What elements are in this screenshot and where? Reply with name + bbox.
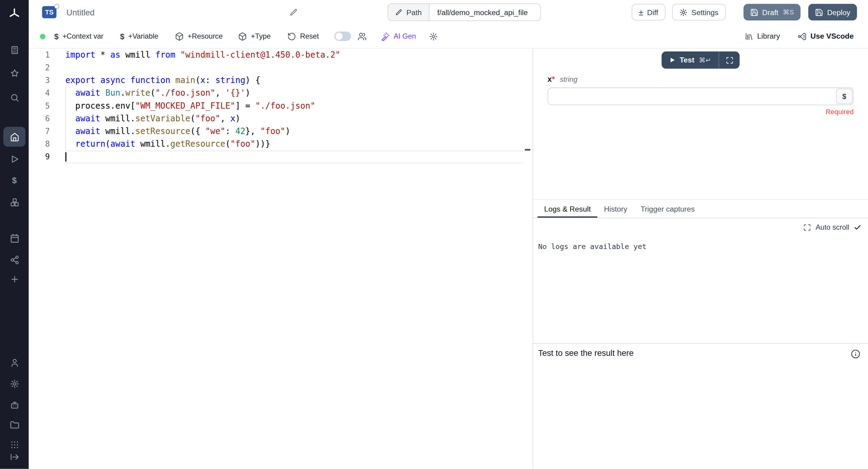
gear-icon xyxy=(429,32,438,40)
plus-icon xyxy=(10,274,19,284)
script-title[interactable]: Untitled xyxy=(66,7,94,17)
panel-tabs: Logs & ResultHistoryTrigger captures xyxy=(533,199,868,218)
code-line[interactable]: 5 process.env["WM_MOCKED_API_FILE"] = ".… xyxy=(29,100,532,112)
deploy-button[interactable]: Deploy xyxy=(808,4,857,21)
tab-trigger-captures[interactable]: Trigger captures xyxy=(634,200,701,218)
save-icon xyxy=(815,8,823,17)
code-line[interactable]: 7 await wmill.setResource({ "we": 42}, "… xyxy=(29,125,532,138)
arg-type: string xyxy=(560,75,577,84)
sidebar-item-runs[interactable] xyxy=(3,152,25,165)
ai-gen-button[interactable]: AI Gen xyxy=(381,32,416,40)
sidebar-item-variables[interactable]: $ xyxy=(3,173,25,187)
line-content[interactable]: return(await wmill.getResource("foo"))} xyxy=(65,138,524,151)
sidebar-item-favorites[interactable] xyxy=(3,66,25,80)
editor-settings-icon[interactable] xyxy=(429,32,438,40)
code-line[interactable]: 2 xyxy=(29,62,532,74)
result-empty-text: Test to see the result here xyxy=(538,348,634,357)
sidebar-item-resources[interactable] xyxy=(3,195,25,209)
sidebar-item-apps[interactable] xyxy=(3,43,25,57)
test-fullscreen-button[interactable] xyxy=(719,52,740,69)
info-icon[interactable] xyxy=(851,349,860,358)
line-content[interactable]: import * as wmill from "windmill-client@… xyxy=(65,49,524,61)
diff-button[interactable]: ± Diff xyxy=(631,4,665,21)
draft-button[interactable]: Draft ⌘S xyxy=(743,4,800,21)
code-line[interactable]: 8 return(await wmill.getResource("foo"))… xyxy=(29,138,532,151)
edit-title-icon[interactable] xyxy=(289,8,298,17)
line-number: 1 xyxy=(29,49,50,61)
line-number: 6 xyxy=(29,112,50,125)
insert-variable-button[interactable]: $ xyxy=(836,88,852,104)
multiplayer-icon[interactable] xyxy=(358,32,366,40)
required-note: Required xyxy=(548,108,854,116)
expand-logs-icon[interactable] xyxy=(803,223,811,231)
required-asterisk: * xyxy=(552,75,555,84)
arg-x-input[interactable] xyxy=(548,88,854,105)
edit-path-button[interactable]: Path xyxy=(388,4,430,21)
auto-scroll-checkbox[interactable] xyxy=(854,223,861,231)
sidebar-item-triggers[interactable] xyxy=(3,253,25,266)
code-line[interactable]: 1import * as wmill from "windmill-client… xyxy=(29,49,532,61)
argument-label: x* string xyxy=(548,75,854,84)
line-number: 7 xyxy=(29,125,50,138)
argument-form: x* string $ Required xyxy=(533,75,868,116)
line-content[interactable]: process.env["WM_MOCKED_API_FILE"] = "./f… xyxy=(65,100,524,112)
reset-button[interactable]: Reset xyxy=(287,32,319,40)
add-type-button[interactable]: +Type xyxy=(238,32,271,40)
settings-button[interactable]: Settings xyxy=(672,4,726,21)
code-lines[interactable]: 1import * as wmill from "windmill-client… xyxy=(29,49,532,163)
code-line[interactable]: 9 xyxy=(29,151,532,163)
sidebar-item-schedules[interactable] xyxy=(3,231,25,245)
arg-name: x xyxy=(548,75,552,84)
line-content[interactable]: await Bun.write("./foo.json", '{}') xyxy=(65,87,524,100)
tab-logs-result[interactable]: Logs & Result xyxy=(537,200,597,218)
library-icon xyxy=(745,32,753,40)
sidebar-collapse[interactable] xyxy=(3,451,25,462)
code-line[interactable]: 6 await wmill.setVariable("foo", x) xyxy=(29,112,532,125)
sidebar-item-create[interactable] xyxy=(3,272,25,285)
sidebar-item-user[interactable] xyxy=(3,356,25,369)
line-content[interactable] xyxy=(65,62,524,74)
line-content[interactable]: await wmill.setResource({ "we": 42}, "fo… xyxy=(65,125,524,138)
use-vscode-button[interactable]: Use VScode xyxy=(798,32,854,40)
maximize-icon xyxy=(726,56,734,64)
toggle-knob xyxy=(336,33,343,40)
add-variable-button[interactable]: $ +Variable xyxy=(120,32,158,40)
tab-history[interactable]: History xyxy=(597,200,634,218)
line-content[interactable] xyxy=(65,151,524,163)
package-icon xyxy=(238,32,247,40)
line-number: 2 xyxy=(29,62,50,74)
scrollbar-cursor-marker[interactable] xyxy=(525,149,530,151)
line-content[interactable]: export async function main(x: string) { xyxy=(65,74,524,87)
test-button-group: Test ⌘↵ xyxy=(661,52,740,69)
line-number: 3 xyxy=(29,74,50,87)
language-badge-label: TS xyxy=(45,8,54,16)
sidebar-item-home[interactable] xyxy=(3,127,25,147)
add-resource-button[interactable]: +Resource xyxy=(175,32,223,40)
topbar-actions: ± Diff Settings Draft ⌘S Deploy xyxy=(631,4,857,21)
sidebar-item-settings[interactable] xyxy=(3,377,25,390)
sidebar-item-groups[interactable] xyxy=(3,438,25,451)
line-content[interactable]: await wmill.setVariable("foo", x) xyxy=(65,112,524,125)
diff-mode-toggle[interactable] xyxy=(334,32,351,41)
windmill-logo[interactable] xyxy=(7,7,22,21)
code-line[interactable]: 3export async function main(x: string) { xyxy=(29,74,532,87)
grid-dots-icon xyxy=(10,440,19,449)
run-panel: Test ⌘↵ x* string xyxy=(533,49,868,469)
library-button[interactable]: Library xyxy=(745,32,780,40)
test-button[interactable]: Test ⌘↵ xyxy=(661,52,719,69)
play-icon xyxy=(10,154,19,163)
sidebar-item-workers[interactable] xyxy=(3,398,25,411)
result-section: Test to see the result here xyxy=(533,344,868,469)
add-context-var-button[interactable]: $ +Context var xyxy=(54,32,103,40)
topbar: TS Untitled Path f/all/demo_mocked_api_f… xyxy=(29,0,868,25)
status-dot xyxy=(40,33,45,39)
sidebar-item-folders[interactable] xyxy=(3,418,25,431)
script-path[interactable]: f/all/demo_mocked_api_file xyxy=(430,4,540,21)
sidebar-item-search[interactable] xyxy=(3,91,25,104)
code-line[interactable]: 4 await Bun.write("./foo.json", '{}') xyxy=(29,87,532,100)
content-split: 1import * as wmill from "windmill-client… xyxy=(29,49,868,469)
language-badge[interactable]: TS xyxy=(42,6,56,18)
code-editor[interactable]: 1import * as wmill from "windmill-client… xyxy=(29,49,532,469)
line-number: 5 xyxy=(29,100,50,112)
logs-empty-text: No logs are available yet xyxy=(538,242,647,251)
